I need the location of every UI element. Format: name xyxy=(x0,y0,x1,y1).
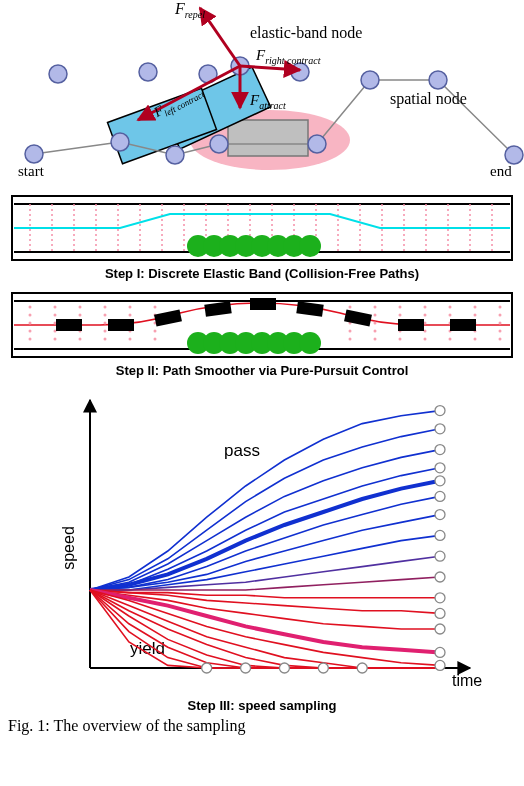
endpoint-marker xyxy=(318,663,328,673)
svg-point-7 xyxy=(210,135,228,153)
step3-caption: Step III: speed sampling xyxy=(0,698,524,713)
svg-point-4 xyxy=(111,133,129,151)
svg-point-78 xyxy=(129,306,132,309)
endpoint-marker xyxy=(202,663,212,673)
end-label: end xyxy=(490,163,512,179)
endpoint-marker xyxy=(357,663,367,673)
svg-point-73 xyxy=(104,306,107,309)
svg-point-91 xyxy=(349,330,352,333)
svg-point-87 xyxy=(154,338,157,341)
svg-point-103 xyxy=(424,306,427,309)
endpoint-marker xyxy=(279,663,289,673)
svg-point-13 xyxy=(505,146,523,164)
svg-rect-130 xyxy=(398,319,424,331)
endpoint-marker xyxy=(435,660,445,670)
endpoint-marker xyxy=(435,624,445,634)
svg-point-93 xyxy=(374,306,377,309)
svg-point-57 xyxy=(299,332,321,354)
svg-point-59 xyxy=(29,314,32,317)
svg-point-64 xyxy=(54,314,57,317)
svg-point-79 xyxy=(129,314,132,317)
svg-point-95 xyxy=(374,322,377,325)
svg-point-92 xyxy=(349,338,352,341)
endpoint-marker xyxy=(435,445,445,455)
svg-rect-131 xyxy=(450,319,476,331)
spatial-node-label: spatial node xyxy=(390,90,467,108)
svg-point-83 xyxy=(154,306,157,309)
speed-chart: speed time pass yield xyxy=(0,388,524,698)
svg-point-107 xyxy=(424,338,427,341)
svg-point-94 xyxy=(374,314,377,317)
svg-point-97 xyxy=(374,338,377,341)
svg-point-77 xyxy=(104,338,107,341)
step1-caption: Step I: Discrete Elastic Band (Collision… xyxy=(0,266,524,281)
endpoint-marker xyxy=(435,476,445,486)
svg-point-3 xyxy=(49,65,67,83)
f-repel-arrow xyxy=(200,8,240,66)
svg-point-74 xyxy=(104,314,107,317)
svg-point-98 xyxy=(399,306,402,309)
svg-point-88 xyxy=(349,306,352,309)
svg-point-109 xyxy=(449,314,452,317)
elastic-band-label: elastic-band node xyxy=(250,24,362,41)
svg-rect-124 xyxy=(108,319,134,331)
svg-point-9 xyxy=(308,135,326,153)
svg-point-108 xyxy=(449,306,452,309)
step2-caption: Step II: Path Smoother via Pure-Pursuit … xyxy=(0,363,524,378)
endpoint-marker xyxy=(435,510,445,520)
figure-container: Frepel elastic-band node Fright contract… xyxy=(0,0,524,739)
ylabel: speed xyxy=(60,526,77,570)
endpoint-marker xyxy=(435,647,445,657)
endpoint-marker xyxy=(435,593,445,603)
svg-point-122 xyxy=(499,338,502,341)
svg-point-114 xyxy=(474,314,477,317)
panel-step2 xyxy=(0,287,524,363)
endpoint-marker xyxy=(435,406,445,416)
svg-point-12 xyxy=(429,71,447,89)
svg-point-121 xyxy=(499,330,502,333)
svg-point-76 xyxy=(104,330,107,333)
svg-point-2 xyxy=(25,145,43,163)
green-obstacles-2 xyxy=(187,332,321,354)
svg-point-118 xyxy=(499,306,502,309)
start-label: start xyxy=(18,163,45,179)
endpoint-marker xyxy=(435,572,445,582)
figure-caption: Fig. 1: The overview of the sampling xyxy=(0,713,524,739)
xlabel: time xyxy=(452,672,482,689)
deb-path xyxy=(14,214,510,228)
svg-point-6 xyxy=(166,146,184,164)
svg-rect-128 xyxy=(296,301,323,317)
svg-point-69 xyxy=(79,314,82,317)
svg-point-11 xyxy=(361,71,379,89)
svg-rect-123 xyxy=(56,319,82,331)
svg-point-120 xyxy=(499,322,502,325)
chart-series-pass-5-bold xyxy=(90,481,440,590)
svg-rect-129 xyxy=(344,309,372,326)
svg-point-68 xyxy=(79,306,82,309)
svg-point-67 xyxy=(54,338,57,341)
chart-series-pass-3 xyxy=(90,450,440,590)
svg-point-75 xyxy=(104,322,107,325)
svg-point-113 xyxy=(474,306,477,309)
endpoint-marker xyxy=(435,608,445,618)
svg-point-96 xyxy=(374,330,377,333)
svg-point-102 xyxy=(399,338,402,341)
svg-point-63 xyxy=(54,306,57,309)
svg-point-58 xyxy=(29,306,32,309)
green-obstacles-1 xyxy=(187,235,321,257)
panel-forces-diagram: Frepel elastic-band node Fright contract… xyxy=(0,0,524,190)
f-right-label: Fright contract xyxy=(255,47,321,66)
svg-point-112 xyxy=(449,338,452,341)
svg-point-5 xyxy=(139,63,157,81)
svg-point-46 xyxy=(299,235,321,257)
svg-point-61 xyxy=(29,330,32,333)
endpoint-marker xyxy=(435,463,445,473)
svg-rect-127 xyxy=(250,298,276,310)
vehicle-poses xyxy=(56,298,476,331)
obstacle-rect xyxy=(228,120,308,156)
endpoint-marker xyxy=(241,663,251,673)
svg-point-72 xyxy=(79,338,82,341)
svg-point-82 xyxy=(129,338,132,341)
endpoint-marker xyxy=(435,424,445,434)
f-repel-label: Frepel xyxy=(174,0,205,20)
